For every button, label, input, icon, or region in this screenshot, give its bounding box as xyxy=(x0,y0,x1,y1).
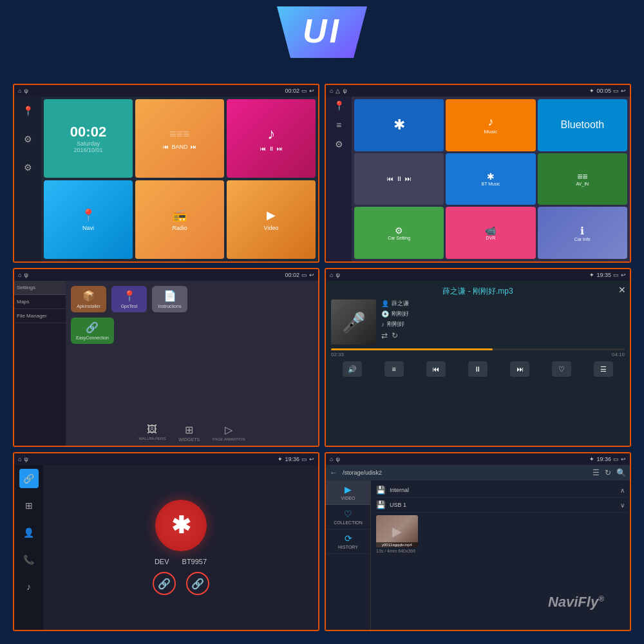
gpstest-app[interactable]: 📍 GpsTest xyxy=(111,286,147,312)
progress-bar[interactable] xyxy=(331,348,625,350)
video-thumbnail[interactable]: ▶ y0011egqqlv.mp4 xyxy=(376,515,418,547)
status-bar-3: ⌂ ψ 00:02 ▭ ↩ xyxy=(14,269,318,281)
dvr-label: DVR xyxy=(486,236,496,240)
connect-btn[interactable]: 🔗 xyxy=(153,572,176,595)
time-display-6: 19:36 xyxy=(596,456,611,462)
video-category[interactable]: ▶ VIDEO xyxy=(326,480,370,505)
settings-item[interactable]: Settings xyxy=(14,281,66,295)
history-icon: ⟳ xyxy=(345,533,352,544)
instructions-app[interactable]: 📄 Instructions xyxy=(152,286,187,312)
widgets-btn[interactable]: ⊞ WIDGETS xyxy=(178,424,200,442)
sort-icon[interactable]: ☰ xyxy=(592,468,600,477)
gear-icon[interactable]: ⚙ xyxy=(19,158,37,176)
location-icon[interactable]: 📍 xyxy=(19,102,37,120)
history-category[interactable]: ⟳ HISTORY xyxy=(326,529,370,554)
app-grid: ✱ ♪ Music Bluetooth ⏮ ⏸ ⏭ ✱ BT Music xyxy=(352,97,630,261)
bluetooth-symbol: ✱ xyxy=(171,512,191,539)
collection-category[interactable]: ♡ COLLECTION xyxy=(326,505,370,529)
navi-tile[interactable]: 📍 Navi xyxy=(44,180,133,259)
av-in-tile[interactable]: ≡≡ AV_IN xyxy=(538,153,627,205)
next-button[interactable]: ⏭ xyxy=(510,361,529,377)
bt-link-btn[interactable]: 🔗 xyxy=(19,469,39,488)
bluetooth-app-tile-2[interactable]: Bluetooth xyxy=(538,99,627,151)
refresh-icon[interactable]: ↻ xyxy=(605,468,611,477)
song-title: 薛之谦 - 刚刚好.mp3 xyxy=(331,286,625,297)
disconnect-btn[interactable]: 🔗 xyxy=(186,572,209,595)
internal-folder[interactable]: 💾 Internal ∧ xyxy=(374,483,627,498)
sliders-icon[interactable]: ≡ xyxy=(336,120,341,130)
location-icon-2[interactable]: 📍 xyxy=(334,100,345,111)
thumbnail-label: y0011egqqlv.mp4 xyxy=(376,542,418,547)
usb-icon-5: ψ xyxy=(24,456,28,462)
extra-controls: ⇄ ↻ xyxy=(381,331,625,340)
prev-button[interactable]: ⏮ xyxy=(426,361,446,377)
settings-sliders-icon[interactable]: ⚙ xyxy=(19,130,37,148)
wallpapers-btn[interactable]: 🖼 WALLPA-PERS xyxy=(138,424,166,442)
file-manager-item[interactable]: File Manager xyxy=(14,309,66,323)
instructions-label: Instructions xyxy=(158,304,182,308)
battery-icon-5: ▭ xyxy=(301,456,307,462)
play-pause-button[interactable]: ⏸ xyxy=(468,361,488,377)
back-arrow-icon[interactable]: ← xyxy=(330,468,337,477)
av-in-label: AV_IN xyxy=(576,182,589,186)
album-art: 🎤 xyxy=(331,299,376,345)
bluetooth-app-tile[interactable]: ✱ xyxy=(354,99,444,151)
battery-icon-4: ▭ xyxy=(613,272,619,278)
music-app-tile[interactable]: ♪ Music xyxy=(446,99,535,151)
gear-icon-2[interactable]: ⚙ xyxy=(335,139,343,149)
dvr-tile[interactable]: 📹 DVR xyxy=(446,207,535,259)
search-icon[interactable]: 🔍 xyxy=(616,468,626,477)
clock-day: Saturday xyxy=(77,140,100,147)
widgets-icon: ⊞ xyxy=(185,424,193,436)
maps-item[interactable]: Maps xyxy=(14,295,66,309)
progress-section: 02:33 04:10 xyxy=(331,348,625,357)
bt-phone-btn[interactable]: 📞 xyxy=(19,550,39,569)
expand-icon[interactable]: ∧ xyxy=(620,487,625,494)
music-tile[interactable]: ♪ ⏮ ⏸ ⏭ xyxy=(227,99,316,178)
collapse-icon[interactable]: ∨ xyxy=(620,502,625,509)
battery-icon-2: ▭ xyxy=(613,88,619,94)
radio-tile-2[interactable]: 📻 Radio xyxy=(135,180,224,259)
bt-music-tile[interactable]: ✱ BT Music xyxy=(446,153,535,205)
bt-icon-4: ✦ xyxy=(278,456,283,462)
close-button[interactable]: ✕ xyxy=(618,285,626,295)
page-title: UI xyxy=(277,6,367,58)
home-icon-6: ⌂ xyxy=(330,456,333,462)
usb1-folder[interactable]: 💾 USB 1 ∨ xyxy=(374,498,627,513)
shuffle-icon[interactable]: ⇄ xyxy=(381,331,388,340)
screen-file-browser: ⌂ ψ ✦ 19:36 ▭ ↩ ← /storage/udisk2 ☰ ↻ 🔍 xyxy=(325,452,631,631)
list-button[interactable]: ☰ xyxy=(594,361,613,377)
bt-grid-btn[interactable]: ⊞ xyxy=(19,496,39,515)
usb-icon-3: ψ xyxy=(24,272,28,278)
repeat-icon[interactable]: ↻ xyxy=(392,331,398,340)
total-time: 04:10 xyxy=(612,352,625,357)
screen-bluetooth: ⌂ ψ ✦ 19:36 ▭ ↩ 🔗 ⊞ 👤 📞 ♪ ✱ xyxy=(13,452,319,631)
radio-tile[interactable]: ≡≡≡ ⏮ BAND ⏭ xyxy=(135,99,224,178)
bluetooth-circle[interactable]: ✱ xyxy=(155,500,207,551)
collection-label: COLLECTION xyxy=(334,520,363,525)
eq-button[interactable]: ≡ xyxy=(384,361,404,377)
apk-icon: 📦 xyxy=(82,290,95,302)
av-icon: ≡≡ xyxy=(577,171,587,182)
car-info-tile[interactable]: ℹ Car Info xyxy=(538,207,627,259)
current-time: 02:33 xyxy=(331,352,344,357)
easy-connection-app[interactable]: 🔗 EasyConnection xyxy=(71,317,114,344)
car-setting-tile[interactable]: ⚙ Car Setting xyxy=(354,207,444,259)
info-icon: ℹ xyxy=(580,225,584,237)
history-label: HISTORY xyxy=(338,545,358,549)
bt-music-btn[interactable]: ♪ xyxy=(19,577,39,596)
album-image: 🎤 xyxy=(331,299,376,345)
app-row-2: 🔗 EasyConnection xyxy=(71,317,313,344)
music-icon: ♪ xyxy=(488,115,493,129)
apk-installer-app[interactable]: 📦 ApkInstaller xyxy=(71,286,106,312)
clock-tile[interactable]: 00:02 Saturday 2016/10/01 xyxy=(44,99,133,178)
page-animation-btn[interactable]: ▷ PAGE ANIMATION xyxy=(213,424,245,442)
video-tile[interactable]: ▶ Video xyxy=(227,180,316,259)
heart-button[interactable]: ♡ xyxy=(552,361,571,377)
volume-button[interactable]: 🔊 xyxy=(343,361,362,377)
screen1-content: 📍 ⚙ ⚙ 00:02 Saturday 2016/10/01 ≡≡≡ ⏮ BA… xyxy=(14,97,318,261)
media-controls-tile[interactable]: ⏮ ⏸ ⏭ xyxy=(354,153,444,205)
album-row: 💿 刚刚好 xyxy=(381,310,625,318)
bt-user-btn[interactable]: 👤 xyxy=(19,523,39,542)
back-icon: ↩ xyxy=(309,88,314,94)
